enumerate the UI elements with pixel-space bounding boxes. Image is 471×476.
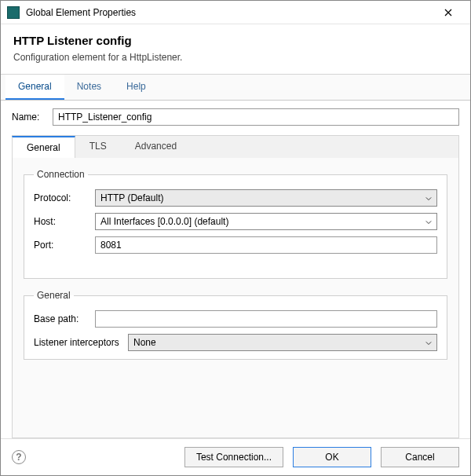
chevron-down-icon bbox=[425, 192, 432, 203]
basepath-input[interactable] bbox=[95, 310, 437, 328]
port-row: Port: bbox=[34, 236, 437, 254]
header-block: HTTP Listener config Configuration eleme… bbox=[1, 24, 470, 75]
ok-button[interactable]: OK bbox=[293, 447, 371, 467]
name-row: Name: bbox=[12, 108, 459, 126]
tab-help[interactable]: Help bbox=[114, 75, 159, 100]
outer-tabs: General Notes Help bbox=[1, 75, 470, 101]
host-value: All Interfaces [0.0.0.0] (default) bbox=[100, 216, 228, 227]
host-row: Host: All Interfaces [0.0.0.0] (default) bbox=[34, 213, 437, 230]
name-label: Name: bbox=[12, 112, 53, 123]
name-input[interactable] bbox=[53, 108, 459, 126]
dialog-window: Global Element Properties HTTP Listener … bbox=[0, 0, 471, 476]
protocol-row: Protocol: HTTP (Default) bbox=[34, 189, 437, 207]
chevron-down-icon bbox=[425, 337, 432, 348]
basepath-label: Base path: bbox=[34, 313, 95, 324]
basepath-row: Base path: bbox=[34, 310, 437, 328]
page-subtitle: Configuration element for a HttpListener… bbox=[13, 52, 458, 63]
general-legend: General bbox=[34, 290, 74, 301]
interceptors-select[interactable]: None bbox=[128, 334, 437, 351]
connection-legend: Connection bbox=[34, 169, 88, 180]
cancel-button[interactable]: Cancel bbox=[381, 447, 459, 467]
test-connection-button[interactable]: Test Connection... bbox=[184, 447, 283, 467]
connection-group: Connection Protocol: HTTP (Default) Host… bbox=[24, 169, 447, 279]
host-select[interactable]: All Interfaces [0.0.0.0] (default) bbox=[95, 213, 437, 230]
port-label: Port: bbox=[34, 240, 95, 251]
inner-tab-general[interactable]: General bbox=[12, 136, 75, 158]
close-button[interactable] bbox=[433, 2, 464, 24]
tab-notes[interactable]: Notes bbox=[64, 75, 114, 100]
help-icon[interactable]: ? bbox=[12, 450, 26, 464]
port-input[interactable] bbox=[95, 236, 437, 254]
interceptors-row: Listener interceptors None bbox=[34, 334, 437, 351]
host-label: Host: bbox=[34, 216, 95, 227]
inner-panel: Connection Protocol: HTTP (Default) Host… bbox=[12, 158, 459, 438]
chevron-down-icon bbox=[425, 216, 432, 227]
general-group: General Base path: Listener interceptors… bbox=[24, 290, 447, 360]
protocol-label: Protocol: bbox=[34, 192, 95, 203]
close-icon bbox=[444, 9, 452, 16]
inner-tab-tls[interactable]: TLS bbox=[75, 136, 121, 158]
protocol-value: HTTP (Default) bbox=[100, 192, 163, 203]
inner-tabs: General TLS Advanced bbox=[12, 135, 459, 158]
title-bar: Global Element Properties bbox=[1, 1, 470, 24]
app-icon bbox=[7, 6, 20, 19]
interceptors-label: Listener interceptors bbox=[34, 337, 128, 348]
protocol-select[interactable]: HTTP (Default) bbox=[95, 189, 437, 207]
inner-tab-advanced[interactable]: Advanced bbox=[121, 136, 191, 158]
page-title: HTTP Listener config bbox=[13, 34, 458, 47]
tab-general[interactable]: General bbox=[5, 75, 64, 100]
dialog-footer: ? Test Connection... OK Cancel bbox=[1, 438, 470, 475]
interceptors-value: None bbox=[133, 337, 156, 348]
body-area: Name: General TLS Advanced Connection Pr… bbox=[1, 101, 470, 438]
window-title: Global Element Properties bbox=[26, 7, 433, 18]
